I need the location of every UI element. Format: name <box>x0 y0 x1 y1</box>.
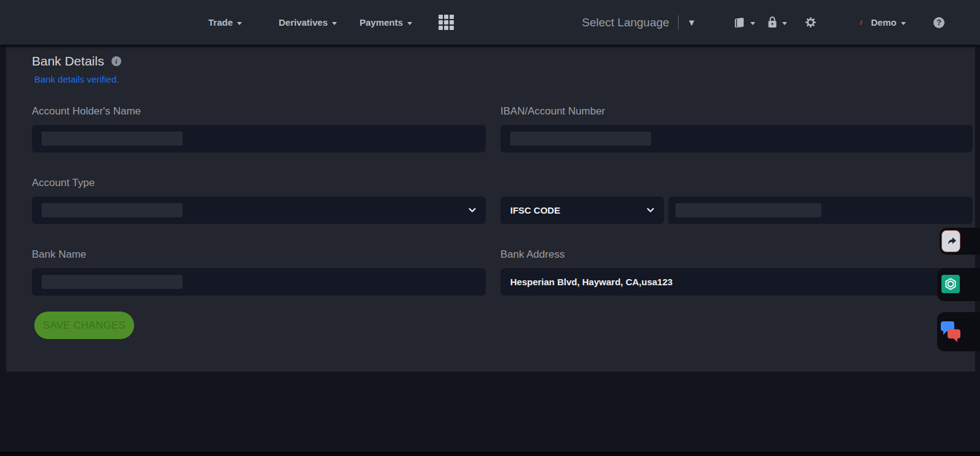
nav-item-label: Payments <box>360 17 403 28</box>
bottom-edge-bar <box>0 452 980 456</box>
account-menu-label: Demo <box>871 17 897 28</box>
language-selector[interactable]: Select Language ▼ <box>582 0 696 45</box>
redacted-value <box>42 132 183 146</box>
ifsc-code-select[interactable]: IFSC CODE <box>500 196 664 224</box>
divider <box>678 15 679 30</box>
chevron-down-icon <box>237 22 242 25</box>
save-changes-button[interactable]: SAVE CHANGES <box>34 312 134 339</box>
account-menu-demo[interactable]: Demo <box>861 0 906 45</box>
bank-name-label: Bank Name <box>32 249 86 261</box>
chevron-down-icon <box>332 22 337 25</box>
app: Trade Derivatives Payments Select Langua… <box>0 0 980 456</box>
apps-grid-icon <box>439 15 454 30</box>
account-holder-input[interactable] <box>32 125 486 152</box>
language-selector-label: Select Language <box>582 16 669 29</box>
ifsc-select-value: IFSC CODE <box>510 196 560 224</box>
page-title-text: Bank Details <box>32 54 104 69</box>
bank-details-panel: Bank Details i Bank details verified. Ac… <box>6 46 975 372</box>
chat-bubbles-icon[interactable] <box>940 319 962 345</box>
nav-item-payments[interactable]: Payments <box>360 0 412 45</box>
chevron-down-icon <box>750 22 755 25</box>
gear-icon <box>805 17 816 28</box>
redacted-value <box>510 132 651 146</box>
bank-address-label: Bank Address <box>500 249 565 261</box>
share-arrow-icon <box>944 234 958 248</box>
help-button[interactable]: ? <box>933 0 944 45</box>
redacted-value <box>42 275 183 289</box>
iban-label: IBAN/Account Number <box>500 105 605 118</box>
account-type-label: Account Type <box>32 177 95 189</box>
status-tick-icon <box>860 20 862 24</box>
apps-launcher-button[interactable] <box>439 0 454 45</box>
redacted-value <box>676 203 821 217</box>
top-nav: Trade Derivatives Payments Select Langua… <box>0 0 980 45</box>
chatgpt-icon[interactable] <box>941 275 960 293</box>
bank-name-input[interactable] <box>32 268 486 296</box>
nav-item-label: Derivatives <box>279 17 328 28</box>
language-dropdown-arrow-icon: ▼ <box>687 18 696 27</box>
nav-item-derivatives[interactable]: Derivatives <box>279 0 337 45</box>
security-lock-button[interactable] <box>767 0 787 45</box>
chatgpt-knot-icon <box>944 277 957 291</box>
chevron-down-icon <box>782 22 787 25</box>
chevron-down-icon <box>467 205 477 215</box>
book-icon <box>733 17 746 29</box>
nav-item-label: Trade <box>208 17 233 28</box>
info-icon[interactable]: i <box>111 56 121 66</box>
orders-book-button[interactable] <box>733 0 755 45</box>
chevron-down-icon <box>646 205 655 215</box>
help-icon: ? <box>933 17 944 28</box>
account-holder-label: Account Holder's Name <box>32 105 141 118</box>
lock-icon <box>767 16 778 29</box>
redacted-value <box>42 203 183 217</box>
chevron-down-icon <box>901 22 906 25</box>
status-message: Bank details verified. <box>34 74 119 84</box>
share-icon[interactable] <box>941 230 960 252</box>
nav-item-trade[interactable]: Trade <box>208 0 242 45</box>
page-title: Bank Details i <box>32 54 121 69</box>
account-type-select[interactable] <box>32 196 486 224</box>
settings-button[interactable] <box>805 0 816 45</box>
chat-bubbles-glyph <box>940 319 962 345</box>
ifsc-code-input[interactable] <box>668 196 973 224</box>
bank-address-input[interactable] <box>500 268 973 296</box>
iban-input[interactable] <box>500 125 973 152</box>
chevron-down-icon <box>407 22 412 25</box>
